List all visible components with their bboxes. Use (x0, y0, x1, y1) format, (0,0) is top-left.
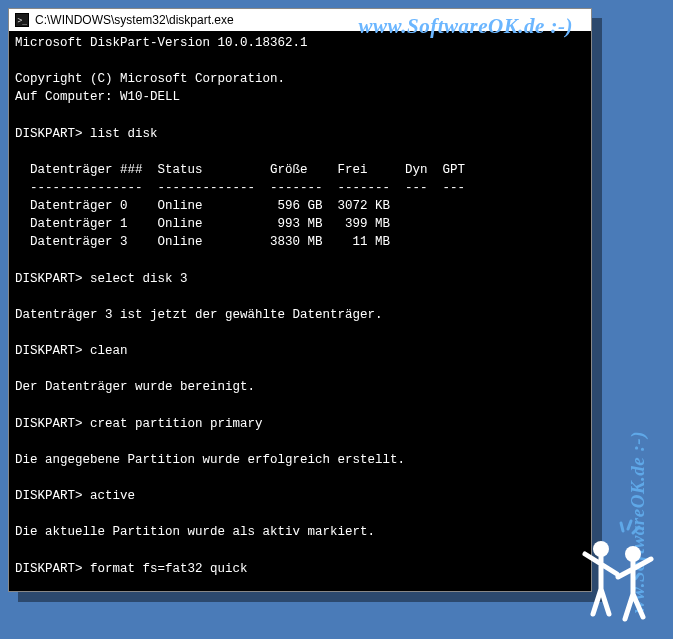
cmd-list-disk: list disk (90, 127, 158, 141)
version-line: Microsoft DiskPart-Version 10.0.18362.1 (15, 36, 308, 50)
computer-line: Auf Computer: W10-DELL (15, 90, 180, 104)
cmd-icon: >_ (15, 13, 29, 27)
cmd-select: select disk 3 (90, 272, 188, 286)
cmd-format: format fs=fat32 quick (90, 562, 248, 576)
prompt: DISKPART> (15, 417, 83, 431)
watermark-top: www.SoftwareOK.de :-) (359, 14, 573, 39)
dancing-figures-icon (573, 519, 663, 629)
prompt: DISKPART> (15, 489, 83, 503)
cmd-active: active (90, 489, 135, 503)
copyright-line: Copyright (C) Microsoft Corporation. (15, 72, 285, 86)
prompt: DISKPART> (15, 344, 83, 358)
cmd-create: creat partition primary (90, 417, 263, 431)
cmd-clean: clean (90, 344, 128, 358)
msg-selected: Datenträger 3 ist jetzt der gewählte Dat… (15, 308, 383, 322)
disk-row: Datenträger 1 Online 993 MB 399 MB (15, 217, 390, 231)
prompt: DISKPART> (15, 127, 83, 141)
msg-cleaned: Der Datenträger wurde bereinigt. (15, 380, 255, 394)
disk-row: Datenträger 3 Online 3830 MB 11 MB (15, 235, 390, 249)
table-header: Datenträger ### Status Größe Frei Dyn GP… (15, 163, 465, 177)
window-title: C:\WINDOWS\system32\diskpart.exe (35, 13, 234, 27)
prompt: DISKPART> (15, 562, 83, 576)
prompt: DISKPART> (15, 272, 83, 286)
msg-created: Die angegebene Partition wurde erfolgrei… (15, 453, 405, 467)
console-output[interactable]: Microsoft DiskPart-Version 10.0.18362.1 … (9, 31, 591, 591)
console-window: >_ C:\WINDOWS\system32\diskpart.exe Micr… (8, 8, 592, 592)
msg-active: Die aktuelle Partition wurde als aktiv m… (15, 525, 375, 539)
disk-row: Datenträger 0 Online 596 GB 3072 KB (15, 199, 390, 213)
svg-text:>_: >_ (18, 16, 28, 25)
table-divider: --------------- ------------- ------- --… (15, 181, 465, 195)
